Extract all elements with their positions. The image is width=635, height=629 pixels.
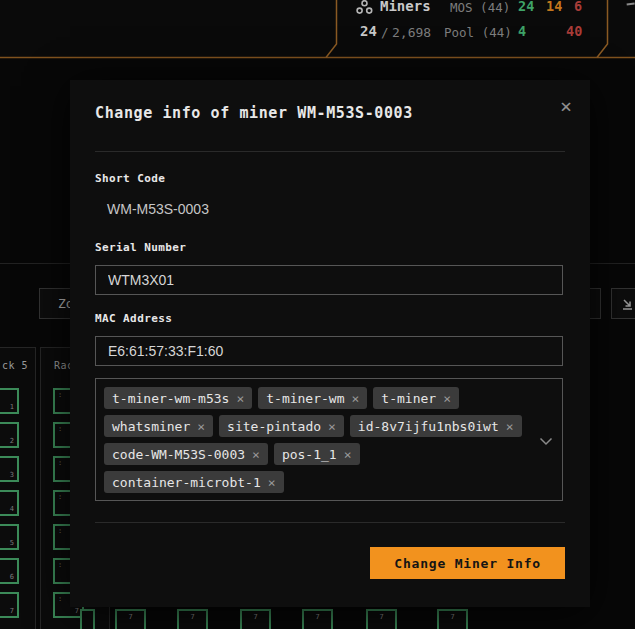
cell-number: 2 (10, 437, 14, 445)
miners-warn-count: 14 (546, 0, 562, 14)
cell-number: 7 (439, 613, 466, 621)
tag-chip[interactable]: pos-1_1× (274, 443, 360, 465)
top-stats-bar: Miners MOS (44) 24 14 6 24 / 2,698 Pool … (0, 0, 635, 58)
cell-number: 7 (179, 613, 206, 621)
cell-number: 5 (10, 539, 14, 547)
rack-left-title: ck 5 (2, 360, 28, 371)
cell-number: 7 (75, 607, 79, 615)
tag-remove-icon[interactable]: × (252, 447, 260, 462)
panel-outline-decoration (0, 0, 635, 59)
modal-footer-divider (95, 522, 565, 523)
cell-number: 7 (10, 607, 14, 615)
pool-total-count: 2,698 (392, 25, 431, 40)
change-miner-info-button[interactable]: Change Miner Info (370, 547, 565, 579)
rack-left-cell-column: 1234567 (0, 388, 19, 629)
tag-label: pos-1_1 (282, 447, 337, 462)
tag-chip[interactable]: container-microbt-1× (104, 471, 284, 493)
pool-error-count: 40 (566, 24, 582, 39)
cell-detail-mark: : (58, 391, 62, 399)
cell-number: 4 (10, 505, 14, 513)
change-miner-info-modal: Change info of miner WM-M53S-0003 × Shor… (70, 80, 590, 607)
cell-detail-mark: : (58, 595, 62, 603)
tag-label: t-miner-wm (266, 391, 344, 406)
tag-remove-icon[interactable]: × (506, 419, 514, 434)
rack-cell-partial[interactable] (80, 609, 95, 629)
cell-detail-mark: : (58, 493, 62, 501)
cell-number: 6 (10, 573, 14, 581)
miners-label[interactable]: Miners (380, 0, 431, 14)
rack-cell[interactable]: 4 (0, 490, 19, 516)
close-icon[interactable]: × (560, 96, 572, 116)
tag-remove-icon[interactable]: × (352, 391, 360, 406)
rack-cell[interactable]: 1 (0, 388, 19, 414)
tag-chip[interactable]: t-miner× (373, 387, 459, 409)
tag-remove-icon[interactable]: × (197, 419, 205, 434)
tag-chip[interactable]: code-WM-M53S-0003× (104, 443, 268, 465)
tags-multiselect[interactable]: t-miner-wm-m53s×t-miner-wm×t-miner×whats… (95, 378, 563, 501)
serial-number-label: Serial Number (95, 241, 186, 254)
tag-chip[interactable]: whatsminer× (104, 415, 213, 437)
miners-error-count: 6 (574, 0, 582, 14)
cell-detail-mark: : (58, 425, 62, 433)
rack-cell[interactable]: 6 (0, 558, 19, 584)
tag-remove-icon[interactable]: × (236, 391, 244, 406)
cell-number: 7 (304, 613, 331, 621)
rack-cell[interactable]: 5 (0, 524, 19, 550)
rack-cell[interactable]: 7 (366, 609, 397, 629)
rack-cell[interactable]: 7 (177, 609, 208, 629)
cropped-edge-icon (627, 2, 635, 10)
cell-number: 3 (10, 471, 14, 479)
miners-cluster-icon (356, 0, 373, 19)
mac-address-label: MAC Address (95, 312, 172, 325)
cell-detail-mark: : (58, 561, 62, 569)
rack-cell[interactable]: 2 (0, 422, 19, 448)
cell-detail-mark: : (58, 459, 62, 467)
modal-title: Change info of miner WM-M53S-0003 (95, 104, 413, 122)
tag-label: site-pintado (227, 419, 321, 434)
export-button[interactable] (611, 288, 635, 319)
mac-address-input[interactable] (95, 336, 563, 366)
rack-cell[interactable]: 7 (240, 609, 271, 629)
tag-chip[interactable]: t-miner-wm-m53s× (104, 387, 252, 409)
miners-ok-count: 24 (518, 0, 534, 14)
chevron-down-icon[interactable] (539, 431, 553, 450)
tag-label: whatsminer (112, 419, 190, 434)
export-icon (621, 297, 635, 311)
short-code-value: WM-M53S-0003 (107, 201, 209, 217)
tag-label: t-miner (381, 391, 436, 406)
pool-current-count: 24 (360, 24, 377, 39)
tag-remove-icon[interactable]: × (328, 419, 336, 434)
rack-cell[interactable]: 7 (302, 609, 333, 629)
pool-ok-count: 4 (518, 24, 526, 39)
cell-number: 7 (117, 613, 144, 621)
short-code-label: Short Code (95, 172, 165, 185)
cell-number: 7 (242, 613, 269, 621)
cell-number: 7 (368, 613, 395, 621)
tag-label: container-microbt-1 (112, 475, 261, 490)
tag-remove-icon[interactable]: × (268, 475, 276, 490)
tag-chip[interactable]: site-pintado× (219, 415, 344, 437)
tag-label: code-WM-M53S-0003 (112, 447, 245, 462)
cell-number: 1 (10, 403, 14, 411)
pool-count-separator: / (381, 25, 389, 40)
tag-remove-icon[interactable]: × (344, 447, 352, 462)
cell-detail-mark: : (58, 527, 62, 535)
modal-header-divider (95, 151, 565, 152)
rack-cell[interactable]: 7 (437, 609, 468, 629)
tag-label: id-8v7ijfu1nbs0iwt (358, 419, 499, 434)
app-screen: Miners MOS (44) 24 14 6 24 / 2,698 Pool … (0, 0, 635, 629)
tag-chip[interactable]: t-miner-wm× (258, 387, 367, 409)
tag-chip[interactable]: id-8v7ijfu1nbs0iwt× (350, 415, 522, 437)
serial-number-input[interactable] (95, 265, 563, 295)
rack-cell[interactable]: 3 (0, 456, 19, 482)
rack-cell[interactable]: 7 (0, 592, 19, 618)
pool-group-label: Pool (44) (444, 25, 512, 40)
rack-cell[interactable]: 7 (115, 609, 146, 629)
tag-remove-icon[interactable]: × (443, 391, 451, 406)
tag-label: t-miner-wm-m53s (112, 391, 229, 406)
miners-group-label: MOS (44) (450, 0, 510, 15)
